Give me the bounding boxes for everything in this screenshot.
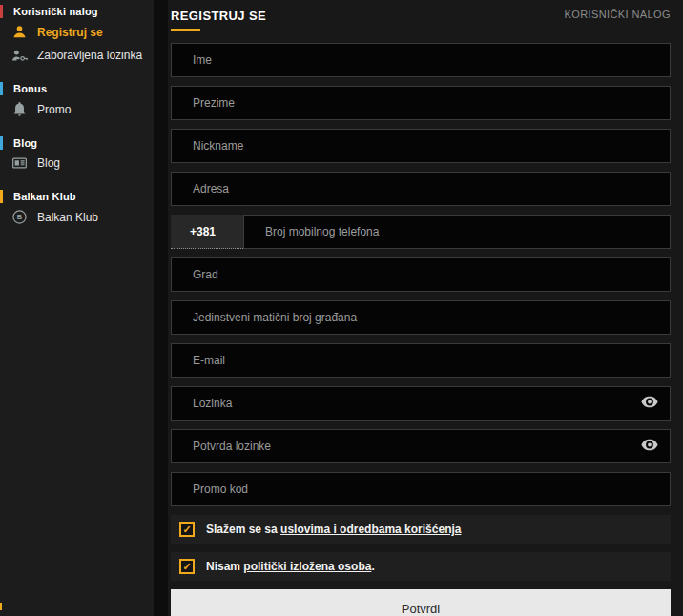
check-icon: ✓ [182,561,191,573]
field-phone: +381 [171,215,671,249]
field-grad [171,257,671,292]
field-promo-kod [171,472,671,506]
password-input[interactable] [171,386,671,421]
pep-link[interactable]: politički izložena osoba [243,560,371,573]
submit-button[interactable]: Potvrdi [171,589,671,616]
phone-input[interactable] [243,215,671,249]
email-input[interactable] [171,343,671,378]
first-name-input[interactable] [171,43,671,77]
last-name-input[interactable] [171,86,671,120]
field-prezime [171,86,671,120]
field-lozinka [171,386,671,421]
field-adresa [171,172,671,206]
sidebar-item-label: Zaboravljena lozinka [37,49,142,62]
sidebar-section-header: Korisnički nalog [0,5,154,18]
club-b-icon: B [9,210,30,224]
sidebar-item-zaboravljena-lozinka[interactable]: Zaboravljena lozinka [0,44,154,67]
pep-checkbox-row[interactable]: ✓ Nisam politički izložena osoba. [171,552,671,581]
password-visibility-toggle[interactable] [639,395,660,413]
sidebar-section-blog: Blog Blog [0,136,154,175]
confirm-password-input[interactable] [171,429,671,463]
pep-checkbox[interactable]: ✓ [179,559,195,574]
registration-form: +381 [171,43,671,616]
page-title: REGISTRUJ SE [171,9,266,23]
sidebar-bottom-accent [0,603,2,610]
sidebar-section-header: Bonus [0,82,154,95]
confirm-password-visibility-toggle[interactable] [639,438,660,456]
terms-checkbox[interactable]: ✓ [179,522,195,537]
sidebar-item-label: Blog [37,156,60,170]
field-jmbg [171,300,671,335]
terms-checkbox-label: Slažem se sa uslovima i odredbama korišć… [206,523,461,536]
city-input[interactable] [171,257,671,292]
sidebar-section-bonus: Bonus Promo [0,82,154,121]
sidebar-section-account: Korisnički nalog Registruj se Zaboravlje… [0,5,154,67]
sidebar: Korisnički nalog Registruj se Zaboravlje… [0,0,154,616]
breadcrumb: KORISNIČKI NALOG [564,9,671,20]
field-potvrda-lozinke [171,429,671,463]
svg-text:B: B [16,213,22,221]
sidebar-section-header: Blog [0,136,154,150]
eye-icon [641,440,658,454]
registration-page: REGISTRUJ SE KORISNIČKI NALOG +381 [168,0,683,616]
user-key-icon [9,50,30,62]
sidebar-item-label: Balkan Klub [37,211,98,224]
sidebar-item-blog[interactable]: Blog [0,152,154,175]
page-header: REGISTRUJ SE KORISNIČKI NALOG [171,9,671,31]
nickname-input[interactable] [171,129,671,163]
terms-checkbox-row[interactable]: ✓ Slažem se sa uslovima i odredbama kori… [171,515,671,544]
sidebar-item-label: Registruj se [37,26,103,39]
sidebar-section-balkan-klub: Balkan Klub B Balkan Klub [0,190,154,229]
bell-icon [9,102,30,116]
field-ime [171,43,671,77]
sidebar-item-promo[interactable]: Promo [0,97,154,121]
news-icon [9,157,30,169]
promo-code-input[interactable] [171,472,671,506]
pep-checkbox-label: Nisam politički izložena osoba. [206,560,375,573]
field-email [171,343,671,378]
sidebar-item-label: Promo [37,103,71,116]
sidebar-section-header: Balkan Klub [0,190,154,203]
address-input[interactable] [171,172,671,206]
title-underline [171,29,200,31]
user-icon [9,25,30,39]
eye-icon [641,397,658,411]
check-icon: ✓ [182,524,191,536]
field-nickname [171,129,671,163]
sidebar-item-registruj-se[interactable]: Registruj se [0,20,154,44]
phone-prefix-select[interactable]: +381 [171,215,243,249]
terms-link[interactable]: uslovima i odredbama korišćenja [280,523,461,536]
sidebar-item-balkan-klub[interactable]: B Balkan Klub [0,205,154,229]
national-id-input[interactable] [171,300,671,335]
